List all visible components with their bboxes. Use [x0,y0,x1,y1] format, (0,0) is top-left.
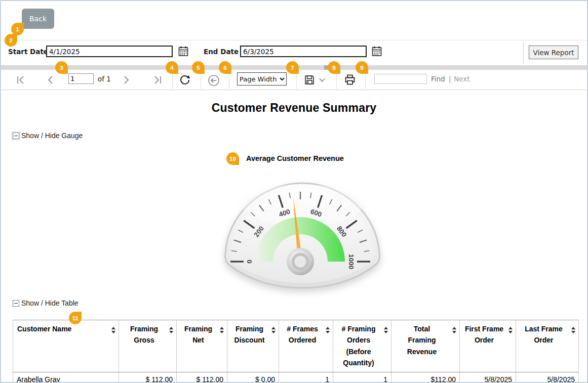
column-header[interactable]: Framing Gross [119,320,177,372]
page-count-label: of 1 [98,75,111,83]
callout-badge-9: 9 [356,61,368,74]
table-cell: 5/8/2025 [516,372,579,383]
page-number-input[interactable] [68,73,94,84]
parameter-divider [523,42,524,64]
start-date-calendar-icon[interactable] [178,46,188,57]
table-cell: $112.00 [391,372,460,383]
average-customer-revenue-gauge: 02004006008001000 [218,176,387,290]
column-header[interactable]: First Frame Order [460,320,516,372]
callout-badge-4: 4 [166,61,178,74]
column-header-label: Customer Name [17,323,71,334]
callout-badge-2: 2 [5,34,17,47]
sort-icon [271,327,276,333]
sort-icon [384,327,388,333]
sort-icon [508,327,513,333]
column-header[interactable]: # Framing Orders (Before Quantity) [333,320,391,372]
column-header-label: Total Framing Revenue [407,323,437,357]
gauge-hub [287,248,314,275]
first-page-button[interactable] [14,74,27,86]
export-chevron-down-icon[interactable] [318,76,327,84]
refresh-icon[interactable] [178,73,192,87]
end-date-calendar-icon[interactable] [372,46,382,57]
start-date-label: Start Date [8,48,48,56]
callout-badge-3: 3 [55,61,68,74]
report-viewer-window: Back Start Date End Date [0,0,588,383]
column-header[interactable]: Customer Name [13,320,119,372]
table-cell: Arabella Gray [13,372,119,383]
find-text-input[interactable] [374,74,427,84]
next-page-button[interactable] [121,74,132,86]
table-cell: 5/8/2025 [460,372,516,383]
svg-text:0: 0 [246,260,253,264]
table-row: Arabella Gray$ 112.00$ 112.00$ 0.0011$11… [13,372,579,383]
sort-icon [220,327,224,333]
find-next-separator: | [449,75,451,83]
show-hide-table-toggle[interactable]: Show / Hide Table [13,299,79,307]
end-date-label: End Date [204,48,239,56]
column-header-label: # Frames Ordered [287,323,318,346]
save-export-icon[interactable] [302,73,317,87]
collapse-minus-icon[interactable] [13,133,19,139]
find-link[interactable]: Find [431,75,445,83]
table-cell: 1 [333,372,391,383]
show-hide-gauge-toggle[interactable]: Show / Hide Gauge [13,132,83,140]
customer-revenue-table: Customer NameFraming GrossFraming NetFra… [13,320,579,383]
sort-icon [452,327,456,333]
svg-text:1000: 1000 [347,254,355,269]
sort-icon [111,327,115,333]
column-header-label: Framing Net [184,323,212,346]
view-report-button[interactable]: View Report [529,46,578,59]
gauge-title: Average Customer Revenue [246,154,344,162]
table-cell: $ 112.00 [177,372,227,383]
sort-icon [326,327,330,333]
table-cell: 1 [279,372,333,383]
start-date-input[interactable] [46,46,173,57]
callout-badge-7: 7 [286,61,299,74]
end-date-input[interactable] [240,46,367,57]
next-link[interactable]: Next [454,75,469,83]
back-button[interactable]: Back [22,9,54,29]
report-title: Customer Revenue Summary [1,101,587,115]
callout-badge-10: 10 [226,152,239,165]
previous-page-button[interactable] [45,74,56,86]
zoom-select[interactable]: Page Width [237,72,287,86]
table-cell: $ 112.00 [119,372,177,383]
table-cell: $ 0.00 [227,372,279,383]
column-header[interactable]: Framing Discount [227,320,279,372]
callout-badge-11: 11 [69,312,82,324]
gauge-toggle-label: Show / Hide Gauge [21,132,83,140]
collapse-minus-icon[interactable] [13,300,19,307]
column-header-label: Last Frame Order [525,323,563,346]
table-toggle-label: Show / Hide Table [21,299,79,307]
column-header-label: Framing Discount [234,323,265,346]
column-header-label: Framing Gross [130,323,158,346]
last-page-button[interactable] [151,74,164,86]
callout-badge-5: 5 [192,61,205,74]
column-header[interactable]: # Frames Ordered [279,320,333,372]
back-to-parent-icon[interactable] [207,74,220,87]
sort-icon [169,327,173,333]
column-header-label: First Frame Order [465,323,503,346]
callout-badge-6: 6 [219,61,231,74]
column-header[interactable]: Framing Net [177,320,227,372]
sort-icon [571,327,575,333]
print-icon[interactable] [343,73,357,87]
column-header[interactable]: Last Frame Order [516,320,579,372]
column-header[interactable]: Total Framing Revenue [391,320,460,372]
callout-badge-8: 8 [328,61,340,74]
column-header-label: # Framing Orders (Before Quantity) [342,323,376,369]
